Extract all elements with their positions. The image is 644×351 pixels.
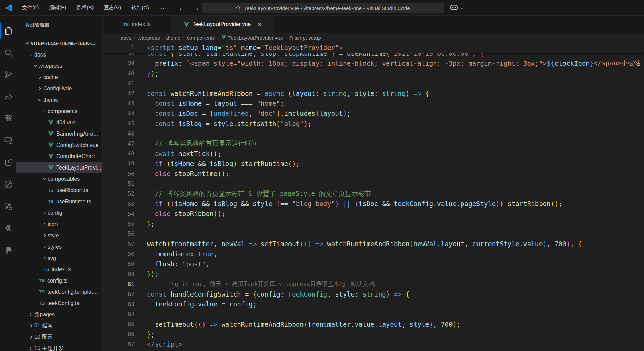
command-center-search[interactable]: TeekLayoutProvider.vue - vitepress-theme… (202, 3, 444, 13)
code-line-68[interactable]: 68 (103, 349, 644, 351)
code-line-40[interactable]: 40}); (103, 68, 644, 78)
code-line-67[interactable]: 67</script> (103, 339, 644, 349)
tree-item-15.主题开发[interactable]: 15.主题开发 (16, 343, 102, 351)
code-line-50[interactable]: 50 else stopRuntime(); (103, 169, 644, 179)
code-line-63[interactable]: 63 teekConfig.value = config; (103, 299, 644, 309)
tree-item-composables[interactable]: composables (16, 173, 102, 185)
tree-item-index.ts[interactable]: TSindex.ts (16, 264, 102, 275)
code-line-66[interactable]: 66}; (103, 329, 644, 339)
tree-item-bannerimgarro...[interactable]: BannerImgArro... (16, 128, 102, 139)
code-line-55[interactable]: 55}; (103, 219, 644, 229)
code-line-59[interactable]: 59 flush: "post", (103, 259, 644, 269)
line-number: 50 (103, 171, 134, 177)
tree-item-style[interactable]: style (16, 230, 102, 241)
code-line-65[interactable]: 65 setTimeout(() => watchRuntimeAndRibbo… (103, 319, 644, 329)
line-number: 56 (103, 230, 134, 237)
line-content (147, 128, 644, 138)
tree-item-useribbon.ts[interactable]: TSuseRibbon.ts (16, 185, 102, 196)
code-line-42[interactable]: 42const watchRuntimeAndRibbon = async (l… (103, 88, 644, 98)
remote-explorer-icon[interactable] (0, 129, 16, 151)
tree-item-vitepress-theme-teek-...[interactable]: VITEPRESS-THEME-TEEK-... (16, 38, 102, 49)
ai-editor-icon[interactable] (0, 151, 16, 173)
search-icon[interactable] (0, 42, 16, 64)
tree-item-svg[interactable]: svg (16, 252, 102, 264)
code-line-61[interactable]: 61hg_it_nuc, 前天 • 拷贝Teek开发库.vitepress目录覆… (103, 279, 644, 289)
sticky-scroll-line[interactable]: 1<script setup lang="ts" name="TeekLayou… (103, 42, 644, 53)
code-line-64[interactable]: 64 (103, 309, 644, 319)
tree-item-teeklayoutprovi...[interactable]: TeekLayoutProvi... (16, 162, 102, 173)
menu-item-4[interactable]: 查看(V) (99, 3, 125, 13)
code-line-44[interactable]: 44 const isDoc = [undefined, "doc"].incl… (103, 109, 644, 118)
flag-extension-icon[interactable] (0, 239, 16, 261)
tree-item-useruntime.ts[interactable]: TSuseRuntime.ts (16, 196, 102, 207)
tree-item-teekconfig.ts[interactable]: TSteekConfig.ts (16, 298, 102, 309)
breadcrumb-item-docs[interactable]: docs (121, 35, 132, 41)
code-line-62[interactable]: 62const handleConfigSwitch = (config: Te… (103, 289, 644, 299)
code-line-53[interactable]: 53 if ((isHome && isBlog && style !== "b… (103, 199, 644, 209)
tree-item-contributechart...[interactable]: ContributeChart... (16, 151, 102, 162)
run-and-debug-icon[interactable] (0, 86, 16, 108)
code-line-49[interactable]: 49 if (isHome && isBlog) startRuntime(); (103, 159, 644, 168)
code-line-39[interactable]: 39 prefix: `<span style="width: 16px; di… (103, 58, 644, 68)
close-tab-icon[interactable]: ✕ (257, 21, 261, 28)
breadcrumb-item-theme[interactable]: theme (166, 35, 181, 41)
breadcrumb-label: TeekLayoutProvider.vue (228, 35, 283, 41)
tree-item-styles[interactable]: styles (16, 241, 102, 252)
chevron-collapsed-icon (28, 334, 34, 340)
source-control-icon[interactable] (0, 64, 16, 86)
tree-item-.vitepress[interactable]: .vitepress (16, 60, 102, 72)
tree-item-config.ts[interactable]: TSconfig.ts (16, 275, 102, 286)
breadcrumb-item-components[interactable]: components (187, 35, 215, 41)
forward-button[interactable]: → (191, 4, 201, 12)
tree-item-teekconfig.templat...[interactable]: TSteekConfig.templat... (16, 286, 102, 298)
extensions-icon[interactable] (0, 108, 16, 129)
tree-item-@pages[interactable]: @pages (16, 309, 102, 320)
code-line-60[interactable]: 60}); (103, 269, 644, 279)
menu-item-6[interactable]: ··· (155, 3, 169, 12)
dependency-graph-icon[interactable] (0, 173, 16, 195)
ts-file-icon: TS (48, 199, 54, 205)
code-line-56[interactable]: 56 (103, 229, 644, 239)
code-line-51[interactable]: 51 (103, 179, 644, 189)
tree-item-components[interactable]: components (16, 105, 102, 117)
tree-item-cache[interactable]: cache (16, 72, 102, 83)
dependency-search-icon[interactable] (0, 195, 16, 217)
menu-item-2[interactable]: 编辑(E) (45, 3, 71, 13)
tab-teeklayoutprovider.vue[interactable]: TeekLayoutProvider.vue✕ (171, 16, 274, 33)
code-line-47[interactable]: 47 // 博客类风格的首页显示运行时间 (103, 139, 644, 149)
code-line-52[interactable]: 52 // 博客类风格的首页显示彩带 & 设置了 pageStyle 的文章页显… (103, 189, 644, 199)
code-line-46[interactable]: 46 (103, 128, 644, 138)
breadcrumb-item-script-setup[interactable]: {}script setup (289, 35, 321, 41)
breadcrumb-item-teeklayoutprovider.vue[interactable]: TeekLayoutProvider.vue (221, 35, 283, 41)
copilot-menu[interactable]: ⌄ (449, 3, 463, 12)
sidebar-more-actions[interactable]: ··· (91, 22, 98, 28)
azure-icon[interactable] (0, 217, 16, 239)
chevron-expanded-icon (28, 51, 34, 58)
menu-item-3[interactable]: 选择(S) (72, 3, 98, 13)
code-line-41[interactable]: 41 (103, 78, 644, 88)
breadcrumb-item-.vitepress[interactable]: .vitepress (138, 35, 160, 41)
code-line-54[interactable]: 54 else stopRibbon(); (103, 209, 644, 219)
line-number: 61 (103, 281, 134, 287)
code-line-58[interactable]: 58 immediate: true, (103, 249, 644, 259)
tree-item-theme[interactable]: theme (16, 94, 102, 105)
code-line-48[interactable]: 48 await nextTick(); (103, 149, 644, 159)
tree-item-config[interactable]: config (16, 207, 102, 218)
code-line-45[interactable]: 45 const isBlog = style.startsWith("blog… (103, 118, 644, 128)
tree-item-icon[interactable]: icon (16, 218, 102, 230)
tree-item-configswitch.vue[interactable]: ConfigSwitch.vue (16, 139, 102, 151)
tree-item-confighyde[interactable]: ConfigHyde (16, 83, 102, 94)
tree-item-01.指南[interactable]: 01.指南 (16, 320, 102, 331)
menu-item-5[interactable]: 转到(G) (127, 3, 153, 13)
menu-item-1[interactable]: 文件(F) (17, 3, 43, 13)
tree-item-404.vue[interactable]: 404.vue (16, 117, 102, 128)
explorer-icon[interactable] (0, 20, 16, 42)
code-editor[interactable]: 38const { start: startRuntime, stop: sto… (103, 42, 644, 351)
code-line-43[interactable]: 43 const isHome = layout === "home"; (103, 98, 644, 108)
line-content: }); (147, 68, 644, 78)
tab-index.ts[interactable]: TSindex.ts (103, 16, 171, 33)
back-button[interactable]: ← (177, 4, 187, 12)
code-line-57[interactable]: 57watch(frontmatter, newVal => setTimeou… (103, 239, 644, 249)
tree-item-10.配置[interactable]: 10.配置 (16, 331, 102, 343)
tree-item-docs[interactable]: docs (16, 49, 102, 60)
